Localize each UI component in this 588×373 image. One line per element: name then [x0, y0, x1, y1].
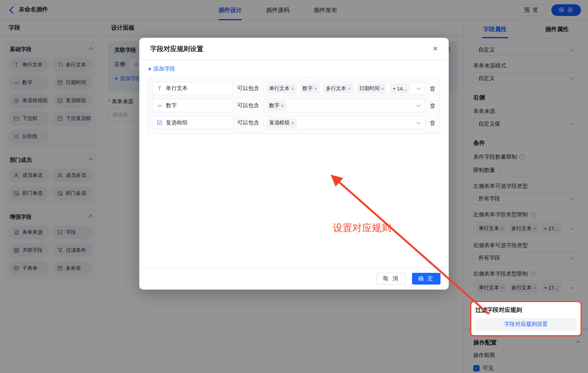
chevron-down-icon[interactable]: [416, 103, 421, 107]
remove-tag-icon[interactable]: ×: [381, 86, 384, 92]
tag-label: 数字: [303, 85, 313, 92]
rule-field-select[interactable]: 单行文本: [152, 82, 233, 95]
checkbox-icon: [156, 120, 163, 126]
rule-row: 单行文本可以包含单行文本×数字×多行文本×日期时间×+ 14...: [152, 82, 436, 95]
modal-add-field-link[interactable]: + 添加字段: [148, 65, 175, 72]
text-icon: [156, 85, 163, 92]
rule-multiselect[interactable]: 单行文本×数字×多行文本×日期时间×+ 14...: [264, 82, 425, 95]
remove-tag-icon[interactable]: ×: [314, 86, 318, 92]
more-tags-chip[interactable]: + 14...: [390, 83, 410, 94]
rule-field-label: 数字: [166, 102, 177, 109]
delete-rule-icon[interactable]: [429, 103, 436, 109]
chevron-down-icon[interactable]: [416, 85, 421, 90]
field-type-tag: 复选框组×: [266, 118, 297, 128]
contain-label: 可以包含: [237, 85, 260, 92]
field-type-tag: 多行文本×: [323, 83, 354, 94]
tag-label: 多行文本: [326, 85, 346, 92]
tag-label: 复选框组: [269, 119, 290, 126]
field-type-tag: 数字×: [266, 101, 287, 111]
rule-field-select[interactable]: 复选框组: [152, 116, 233, 129]
open-rule-settings-button[interactable]: 字段对应规则设置: [475, 318, 577, 331]
remove-tag-icon[interactable]: ×: [348, 86, 351, 92]
field-type-tag: 数字×: [300, 83, 320, 94]
remove-tag-icon[interactable]: ×: [291, 86, 294, 92]
chevron-down-icon[interactable]: [416, 120, 421, 124]
filter-rule-highlight: 过滤字段对应规则字段对应规则设置: [470, 301, 582, 336]
filter-rule-title: 过滤字段对应规则: [475, 306, 577, 314]
number-icon: 123: [156, 103, 163, 109]
field-type-tag: 单行文本×: [266, 83, 297, 94]
tag-label: 日期时间: [359, 85, 380, 92]
rule-field-label: 复选框组: [166, 119, 188, 126]
rule-field-select[interactable]: 123数字: [152, 99, 233, 112]
confirm-button[interactable]: 确 定: [412, 273, 441, 285]
remove-tag-icon[interactable]: ×: [281, 103, 284, 109]
remove-tag-icon[interactable]: ×: [291, 120, 294, 126]
svg-text:123: 123: [157, 104, 162, 107]
rule-multiselect[interactable]: 复选框组×: [264, 116, 425, 129]
delete-rule-icon[interactable]: [429, 85, 436, 92]
rule-row: 复选框组可以包含复选框组×: [152, 116, 436, 129]
modal-title: 字段对应规则设置: [150, 44, 203, 53]
rule-row: 123数字可以包含数字×: [152, 99, 436, 112]
tag-label: 数字: [269, 102, 279, 109]
delete-rule-icon[interactable]: [429, 120, 436, 126]
tag-label: 单行文本: [269, 85, 290, 92]
cancel-button[interactable]: 取 消: [377, 273, 406, 285]
contain-label: 可以包含: [237, 102, 260, 109]
rules-container: 单行文本可以包含单行文本×数字×多行文本×日期时间×+ 14...123数字可以…: [148, 78, 440, 134]
plus-icon: +: [148, 66, 151, 72]
field-rule-modal: 字段对应规则设置 × + 添加字段 单行文本可以包含单行文本×数字×多行文本×日…: [139, 38, 449, 290]
contain-label: 可以包含: [237, 119, 260, 126]
rule-field-label: 单行文本: [166, 85, 188, 92]
rule-multiselect[interactable]: 数字×: [264, 99, 425, 112]
close-icon[interactable]: ×: [433, 44, 438, 53]
field-type-tag: 日期时间×: [357, 83, 387, 94]
